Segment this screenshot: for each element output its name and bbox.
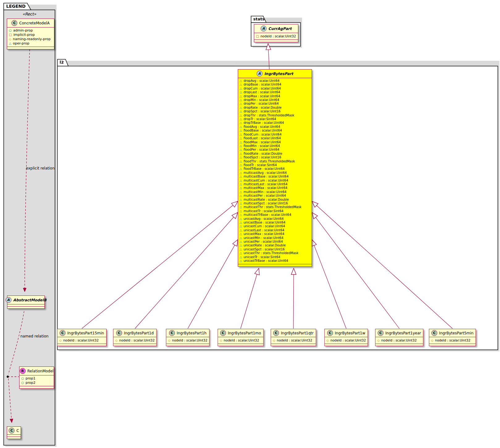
attribute-label: dropLast : scalar.Uint64 [244, 90, 280, 94]
attribute-row: unicastLast : scalar.Uint64 [240, 228, 310, 232]
visibility-icon [240, 152, 242, 156]
class-box: C IngrBytesPart1d nodeId : scalar.Uint32 [113, 329, 157, 346]
class-name: IngrBytesPart15min [67, 331, 104, 335]
visibility-icon [240, 83, 242, 86]
l2-package-tab: l2 [60, 59, 64, 65]
attribute-row: multicastSpct : scalar.Uint16 [240, 202, 310, 205]
attribute-row: oper-prop [9, 41, 52, 46]
class-spot-icon: C [9, 428, 15, 433]
visibility-icon [59, 338, 62, 343]
attributes-compartment [7, 304, 44, 306]
visibility-icon [9, 37, 11, 41]
attribute-row: dropMax : scalar.Uint64 [240, 94, 310, 98]
visibility-icon [240, 232, 242, 236]
visibility-icon [240, 240, 242, 244]
attribute-label: floodPer : scalar.Uint64 [244, 148, 279, 152]
class-spot-icon: C [378, 330, 384, 336]
class-box: C IngrBytesPart1w nodeId : scalar.Uint32 [324, 329, 368, 346]
attribute-list: nodeId : scalar.Uint32 [254, 33, 298, 40]
attribute-label: multicastPer : scalar.Uint64 [244, 194, 286, 198]
visibility-icon [240, 205, 242, 209]
attribute-row: prop1 [21, 376, 52, 381]
attribute-label: multicastMin : scalar.Uint64 [244, 190, 287, 194]
attribute-row: multicastCum : scalar.Uint64 [240, 179, 310, 182]
visibility-icon [240, 102, 242, 106]
visibility-icon [240, 129, 242, 132]
attribute-label: dropPer : scalar.Uint64 [244, 102, 279, 106]
class-name: IngrBytesPart1mo [228, 331, 261, 335]
attribute-label: multicastBase : scalar.Uint64 [244, 175, 289, 178]
attribute-label: multicastRate : scalar.Double [244, 198, 289, 202]
attribute-label: unicastMax : scalar.Uint64 [244, 232, 284, 236]
visibility-icon [240, 259, 242, 263]
visibility-icon [240, 114, 242, 117]
visibility-icon [240, 140, 242, 144]
attribute-row: multicastLast : scalar.Uint64 [240, 182, 310, 186]
attribute-label: unicastCum : scalar.Uint64 [244, 224, 285, 228]
class-box: C IngrBytesPart5min nodeId : scalar.Uint… [429, 329, 476, 346]
attribute-row: unicastTrBase : scalar.Uint64 [240, 259, 310, 263]
visibility-icon [240, 244, 242, 247]
attribute-label: nodeId : scalar.Uint32 [435, 338, 471, 342]
attribute-label: nodeId : scalar.Uint32 [63, 338, 99, 342]
attribute-row: dropThr : stats.ThresholdedMask [240, 114, 310, 117]
class-spot-icon: C [431, 330, 437, 336]
abstract-spot-icon: A [6, 297, 11, 303]
class-box: C IngrBytesPart1h nodeId : scalar.Uint32 [166, 329, 209, 346]
attribute-label: floodBase : scalar.Uint64 [244, 129, 282, 132]
visibility-icon [240, 87, 242, 90]
class-box: C IngrBytesPart1year nodeId : scalar.Uin… [375, 329, 423, 346]
visibility-icon [240, 179, 242, 182]
relation-spot-icon: R [20, 368, 26, 374]
methods-compartment [376, 344, 423, 346]
class-box: C IngrBytesPart15min nodeId : scalar.Uin… [57, 329, 107, 346]
attribute-label: nodeId : scalar.Uint32 [381, 338, 417, 342]
visibility-icon [220, 338, 222, 343]
visibility-icon [326, 338, 329, 343]
attribute-label: oper-prop [13, 41, 29, 46]
attribute-label: unicastPer : scalar.Uint64 [244, 240, 283, 244]
attribute-row: nodeId : scalar.Uint32 [273, 338, 314, 343]
attribute-row: multicastTr : scalar.Sint64 [240, 209, 310, 213]
attribute-row: nodeId : scalar.Uint32 [59, 338, 104, 343]
attribute-label: multicastLast : scalar.Uint64 [244, 182, 288, 186]
attribute-label: multicastThr : stats.ThresholdedMask [244, 205, 302, 209]
attribute-row: dropBase : scalar.Uint64 [240, 83, 310, 86]
class-name: ConcreteModelA [19, 21, 49, 25]
attribute-row: floodCum : scalar.Uint64 [240, 133, 310, 136]
attribute-label: nodeId : scalar.Uint32 [172, 338, 208, 342]
attribute-label: admin-prop [13, 28, 33, 33]
methods-compartment [7, 47, 54, 49]
visibility-icon [240, 236, 242, 240]
visibility-icon [240, 136, 242, 140]
class-spot-icon: C [327, 330, 333, 336]
visibility-icon [21, 376, 24, 381]
attribute-label: nodeId : scalar.Uint32 [277, 338, 312, 342]
class-name: CurrAgPart [268, 27, 292, 31]
attribute-label: multicastTrBase : scalar.Uint64 [244, 213, 291, 217]
attribute-row: multicastRate : scalar.Double [240, 198, 310, 202]
visibility-icon [168, 338, 170, 343]
attribute-row: multicastThr : stats.ThresholdedMask [240, 205, 310, 209]
visibility-icon [240, 156, 242, 159]
uml-class-diagram: LEGEND stats l2 «Rect» C ConcreteModelA … [0, 0, 500, 448]
attribute-label: dropTrBase : scalar.Uint64 [244, 121, 284, 125]
class-box-concretemodela: C ConcreteModelA admin-prop implicit-pro… [7, 19, 54, 49]
class-spot-icon: C [273, 330, 279, 336]
attribute-row: prop2 [21, 381, 52, 385]
attribute-label: floodAvg : scalar.Uint64 [244, 125, 280, 129]
visibility-icon [9, 33, 12, 37]
class-name: AbstractModelB [13, 298, 47, 302]
class-box: C IngrBytesPart1mo nodeId : scalar.Uint3… [218, 329, 264, 346]
attribute-label: implicit-prop [13, 33, 35, 37]
attribute-label: multicastSpct : scalar.Uint16 [244, 202, 288, 205]
attributes-compartment [7, 434, 21, 437]
class-box-curragpart: A CurrAgPart nodeId : scalar.Uint32 [254, 24, 298, 42]
attribute-row: floodBase : scalar.Uint64 [240, 129, 310, 132]
attribute-row: nodeId : scalar.Uint32 [256, 34, 296, 39]
attribute-label: prop1 [26, 376, 36, 381]
attribute-label: multicastAvg : scalar.Uint64 [244, 171, 287, 175]
attribute-row: nodeId : scalar.Uint32 [377, 338, 421, 343]
methods-compartment [166, 344, 209, 346]
attribute-label: unicastSpct : scalar.Uint16 [244, 248, 285, 251]
